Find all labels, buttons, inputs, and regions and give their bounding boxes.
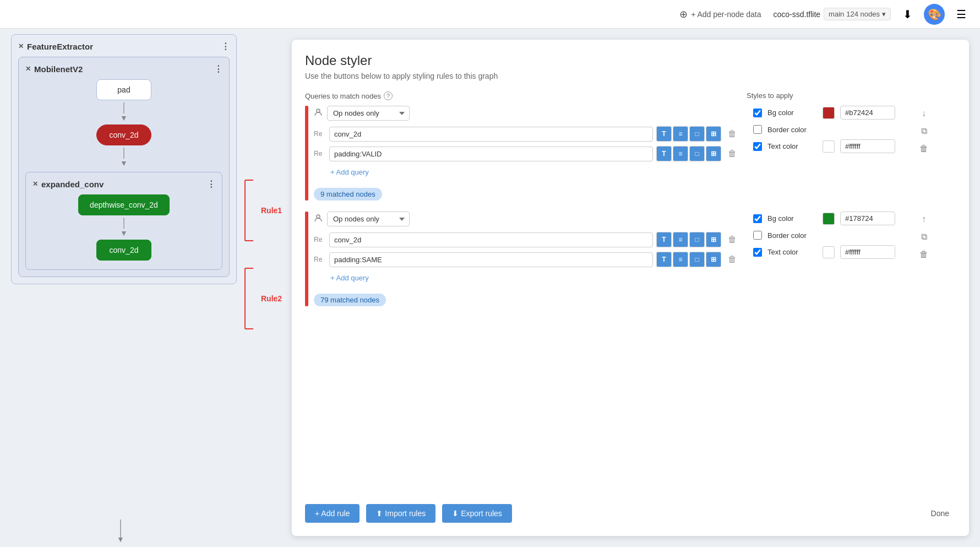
rule-2-q1-input[interactable] [329, 232, 653, 247]
rule-1-q2-btn-t[interactable]: T [656, 146, 672, 161]
arrow-3: ▼ [32, 229, 215, 237]
done-btn[interactable]: Done [924, 504, 956, 523]
arrow-2: ▼ [25, 159, 222, 167]
op-node-icon-2 [314, 214, 323, 225]
arrow-1: ▼ [25, 113, 222, 122]
import-rules-btn[interactable]: ⬆ Import rules [366, 504, 435, 523]
mobilenet-label: MobilenetV2 [34, 64, 83, 74]
rule-2-q2-delete[interactable]: 🗑 [725, 252, 740, 267]
rule-2-delete-btn[interactable]: 🗑 [916, 247, 932, 262]
help-icon[interactable]: ? [384, 91, 393, 100]
rule-1-q1-btn-multi[interactable]: ⊞ [706, 126, 721, 142]
rule-1-q2-input[interactable] [329, 147, 653, 161]
rule-1-q2-btn-single[interactable]: □ [689, 146, 705, 161]
rule-2-q2-btn-multi[interactable]: ⊞ [706, 252, 721, 267]
rule-1-border-color-checkbox[interactable] [753, 125, 762, 134]
rule-1-q1-delete[interactable]: 🗑 [725, 126, 740, 142]
rule-2-q1-btn-multi[interactable]: ⊞ [706, 232, 721, 247]
rule-1-text-color-swatch[interactable] [823, 140, 835, 153]
rule-2-q2-btn-single[interactable]: □ [689, 252, 705, 267]
rule-2-border-color-row: Border color [753, 231, 912, 240]
rule-2-q1-delete[interactable]: 🗑 [725, 232, 740, 247]
rule-2-q1-btn-t[interactable]: T [656, 232, 672, 247]
rule-2-text-color-checkbox[interactable] [753, 248, 762, 257]
graph-canvas: ▼ ✕ FeatureExtractor ⋮ ✕ MobilenetV2 ⋮ p… [0, 29, 292, 547]
rule-1-query-type-select[interactable]: Op nodes only All nodes Input nodes only [327, 106, 410, 121]
rule-1-q1-btn-t[interactable]: T [656, 126, 672, 142]
rule-2-move-up-btn[interactable]: ↑ [916, 212, 932, 227]
rule-2-q2-input[interactable] [329, 252, 653, 267]
rule-1-q2-delete[interactable]: 🗑 [725, 146, 740, 161]
rule-1-query-2-row: Re T ≡ □ ⊞ 🗑 [314, 146, 740, 161]
conv2d-red-node[interactable]: conv_2d [96, 124, 151, 145]
rule-2-text-color-input[interactable] [840, 245, 895, 259]
rule-1-queries: Op nodes only All nodes Input nodes only… [314, 106, 747, 201]
download-btn[interactable]: ⬇ [897, 4, 917, 24]
menu-btn[interactable]: ☰ [951, 4, 971, 24]
rule-1-query-1-row: Re T ≡ □ ⊞ 🗑 [314, 126, 740, 142]
rule-2-q2-btn-t[interactable]: T [656, 252, 672, 267]
rule-2-query-type-select[interactable]: Op nodes only All nodes Input nodes only [327, 212, 410, 226]
rule-1-q1-btn-single[interactable]: □ [689, 126, 705, 142]
rule-1-q2-btn-list[interactable]: ≡ [673, 146, 688, 161]
feature-extractor-title: ✕ FeatureExtractor ⋮ [18, 41, 230, 51]
rule-1-q1-btn-list[interactable]: ≡ [673, 126, 688, 142]
rule-1-text-color-checkbox[interactable] [753, 142, 762, 151]
rule-1-q2-btn-multi[interactable]: ⊞ [706, 146, 721, 161]
svg-point-8 [317, 109, 320, 112]
palette-btn[interactable]: 🎨 [924, 4, 945, 25]
rule-1-add-query-btn[interactable]: + Add query [330, 168, 369, 176]
mobilenet-title: ✕ MobilenetV2 ⋮ [25, 64, 222, 74]
depthwise-node[interactable]: depthwise_conv_2d [78, 194, 170, 215]
more-icon-expanded[interactable]: ⋮ [207, 179, 215, 189]
rule-2-actions: ↑ ⧉ 🗑 [912, 212, 956, 262]
panel-footer: + Add rule ⬆ Import rules ⬇ Export rules… [305, 493, 956, 523]
more-icon-mobilenet[interactable]: ⋮ [214, 64, 222, 74]
import-rules-label: ⬆ Import rules [376, 509, 426, 518]
rule-1-bg-color-swatch[interactable] [823, 107, 835, 119]
rule-1-text-color-row: Text color [753, 139, 912, 153]
rule-1-move-down-btn[interactable]: ↓ [916, 106, 932, 121]
palette-icon: 🎨 [928, 8, 941, 21]
more-icon-feature[interactable]: ⋮ [221, 41, 230, 51]
collapse-icon-mobilenet[interactable]: ✕ [25, 65, 31, 73]
add-per-node-label: + Add per-node data [691, 10, 761, 19]
rule-1-bg-color-input[interactable] [840, 106, 895, 120]
conv2d-green-node[interactable]: conv_2d [96, 240, 151, 261]
rule-2-copy-btn[interactable]: ⧉ [916, 229, 932, 245]
add-rule-label: + Add rule [315, 509, 350, 518]
connector-2 [123, 148, 124, 159]
rule-1-container: Op nodes only All nodes Input nodes only… [305, 106, 956, 201]
rules-container: Op nodes only All nodes Input nodes only… [305, 106, 956, 493]
rule-2-add-query-btn[interactable]: + Add query [330, 274, 369, 282]
rule-2-border-color-checkbox[interactable] [753, 231, 762, 240]
rule-2-bg-color-input[interactable] [840, 212, 895, 225]
branch-selector[interactable]: main 124 nodes ▾ [824, 8, 891, 20]
rule-2-bg-color-swatch[interactable] [823, 213, 835, 225]
node-count: 124 nodes [846, 10, 880, 18]
expanded-conv-label: expanded_conv [41, 180, 104, 189]
rule-2-query-1-row: Re T ≡ □ ⊞ 🗑 [314, 232, 740, 247]
add-rule-btn[interactable]: + Add rule [305, 504, 360, 523]
rule-1-q1-input[interactable] [329, 127, 653, 142]
pad-node[interactable]: pad [96, 79, 151, 100]
rule-1-delete-btn[interactable]: 🗑 [916, 141, 932, 156]
rule-1-copy-btn[interactable]: ⧉ [916, 123, 932, 139]
add-per-node-data-btn[interactable]: ⊕ + Add per-node data [674, 5, 766, 24]
rule-1-bracket [305, 106, 308, 201]
add-circle-icon: ⊕ [679, 8, 688, 20]
export-rules-btn[interactable]: ⬇ Export rules [442, 504, 512, 523]
rule-1-border-color-label: Border color [767, 126, 817, 134]
rule-2-text-color-swatch[interactable] [823, 246, 835, 258]
rule-2-bg-color-checkbox[interactable] [753, 214, 762, 223]
rule-1-text-color-input[interactable] [840, 139, 895, 153]
queries-header: Queries to match nodes ? [305, 91, 747, 100]
collapse-icon-feature[interactable]: ✕ [18, 42, 24, 50]
rule-1-q1-prefix: Re [314, 130, 326, 138]
rule-1-bg-color-checkbox[interactable] [753, 109, 762, 117]
rule-2-q2-btn-list[interactable]: ≡ [673, 252, 688, 267]
rule-2-q1-btn-single[interactable]: □ [689, 232, 705, 247]
rule-2-q1-btn-list[interactable]: ≡ [673, 232, 688, 247]
rule-2-bg-color-row: Bg color [753, 212, 912, 225]
collapse-icon-expanded[interactable]: ✕ [32, 180, 38, 188]
